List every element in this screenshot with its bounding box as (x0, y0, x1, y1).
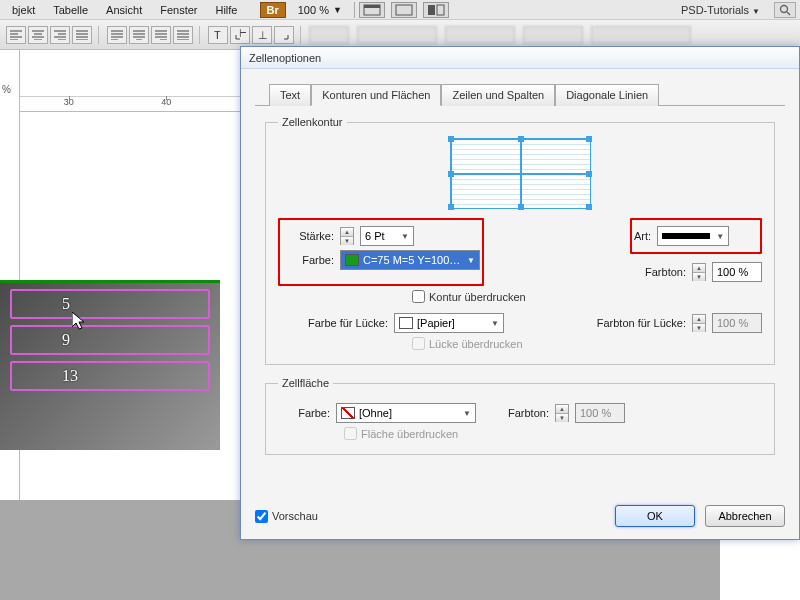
label-farbe: Farbe: (282, 254, 334, 266)
menu-bar: bjekt Tabelle Ansicht Fenster Hilfe Br 1… (0, 0, 800, 20)
dialog-titlebar[interactable]: Zellenoptionen (241, 47, 799, 69)
tab-diagonal[interactable]: Diagonale Linien (555, 84, 659, 106)
flaeche-farbe-combo[interactable]: [Ohne] ▼ (336, 403, 476, 423)
tab-strip: Text Konturen und Flächen Zeilen und Spa… (269, 83, 785, 105)
none-swatch-icon (341, 407, 355, 419)
swatch-icon (345, 254, 359, 266)
luecke-ueberdrucken-checkbox[interactable]: Lücke überdrucken (412, 337, 523, 350)
view-mode-1-button[interactable] (359, 2, 385, 18)
bridge-badge[interactable]: Br (260, 2, 286, 18)
stroke-proxy-preview[interactable] (450, 138, 590, 208)
luecke-farbe-combo[interactable]: [Papier] ▼ (394, 313, 504, 333)
svg-text:⊢: ⊢ (239, 29, 246, 39)
stepper-up-icon: ▲ (341, 228, 353, 237)
justify-all-left-button[interactable] (107, 26, 127, 44)
farbe-combo[interactable]: C=75 M=5 Y=100… ▼ (340, 250, 480, 270)
stroke-style-icon (662, 233, 710, 239)
chevron-down-icon: ▼ (491, 319, 499, 328)
view-mode-3-button[interactable] (423, 2, 449, 18)
ruler-tick: 30 (20, 96, 118, 111)
flaeche-farbe-value: [Ohne] (359, 407, 392, 419)
ok-button[interactable]: OK (615, 505, 695, 527)
justify-all-center-button[interactable] (129, 26, 149, 44)
staerke-combo[interactable]: 6 Pt▼ (360, 226, 414, 246)
luecke-farbton-field (712, 313, 762, 333)
checkbox-label: Fläche überdrucken (361, 428, 458, 440)
text-t-button[interactable]: T (208, 26, 228, 44)
table-row: 13 (10, 361, 210, 391)
menu-window[interactable]: Fenster (152, 2, 205, 18)
cell-stroke-group: Zellenkontur Stärke: ▲▼ 6 Pt▼ (265, 116, 775, 365)
stepper-up-icon: ▲ (556, 405, 568, 414)
rotate-cw-button[interactable]: ⊢ (230, 26, 250, 44)
justify-full-button[interactable] (173, 26, 193, 44)
view-mode-2-button[interactable] (391, 2, 417, 18)
label-art: Art: (634, 230, 651, 242)
highlight-art: Art: ▼ (630, 218, 762, 254)
menu-object[interactable]: bjekt (4, 2, 43, 18)
workspace-selector[interactable]: PSD-Tutorials ▼ (675, 4, 766, 16)
table-row: 5 (10, 289, 210, 319)
checkbox-label: Vorschau (272, 510, 318, 522)
menu-table[interactable]: Tabelle (45, 2, 96, 18)
farbton-field[interactable] (712, 262, 762, 282)
label-farbton: Farbton: (630, 266, 686, 278)
tab-strokes-fills[interactable]: Konturen und Flächen (311, 84, 441, 106)
svg-rect-4 (437, 5, 444, 15)
svg-text:⊥: ⊥ (258, 29, 268, 41)
group-legend: Zellfläche (278, 377, 333, 389)
search-button[interactable] (774, 2, 796, 18)
swatch-icon (399, 317, 413, 329)
stepper-down-icon: ▼ (556, 414, 568, 422)
workspace-label: PSD-Tutorials (681, 4, 749, 16)
menu-help[interactable]: Hilfe (207, 2, 245, 18)
checkbox-label: Lücke überdrucken (429, 338, 523, 350)
chevron-down-icon: ▼ (333, 5, 342, 15)
chevron-down-icon: ▼ (752, 7, 760, 16)
vorschau-checkbox[interactable]: Vorschau (255, 510, 318, 523)
staerke-value: 6 Pt (365, 230, 385, 242)
checkbox-label: Kontur überdrucken (429, 291, 526, 303)
art-combo[interactable]: ▼ (657, 226, 729, 246)
document-preview: 5 9 13 (0, 280, 220, 450)
svg-rect-1 (364, 5, 380, 8)
flaeche-farbton-stepper[interactable]: ▲▼ (555, 404, 569, 422)
svg-rect-3 (428, 5, 435, 15)
flaeche-farbton-field (575, 403, 625, 423)
stepper-down-icon: ▼ (341, 237, 353, 245)
menu-view[interactable]: Ansicht (98, 2, 150, 18)
stepper-down-icon: ▼ (693, 273, 705, 281)
tab-text[interactable]: Text (269, 84, 311, 106)
tab-rows-cols[interactable]: Zeilen und Spalten (441, 84, 555, 106)
luecke-farbe-value: [Papier] (417, 317, 455, 329)
group-legend: Zellenkontur (278, 116, 347, 128)
align-justify-button[interactable] (72, 26, 92, 44)
svg-point-5 (781, 5, 788, 12)
farbton-stepper[interactable]: ▲▼ (692, 263, 706, 281)
justify-all-right-button[interactable] (151, 26, 171, 44)
chevron-down-icon: ▼ (716, 232, 724, 241)
svg-text:T: T (214, 29, 221, 41)
table-row: 9 (10, 325, 210, 355)
align-right-button[interactable] (50, 26, 70, 44)
svg-rect-2 (396, 5, 412, 15)
rotate-ccw-button[interactable]: ⊥ (252, 26, 272, 44)
luecke-farbton-stepper[interactable]: ▲▼ (692, 314, 706, 332)
kontur-ueberdrucken-checkbox[interactable]: Kontur überdrucken (412, 290, 526, 303)
stepper-up-icon: ▲ (693, 315, 705, 324)
cancel-button[interactable]: Abbrechen (705, 505, 785, 527)
search-icon (779, 4, 791, 16)
farbe-value: C=75 M=5 Y=100… (363, 254, 460, 266)
align-center-button[interactable] (28, 26, 48, 44)
chevron-down-icon: ▼ (467, 256, 475, 265)
cell-fill-group: Zellfläche Farbe: [Ohne] ▼ Farbton: ▲▼ F… (265, 377, 775, 455)
rotate-180-button[interactable] (274, 26, 294, 44)
zoom-selector[interactable]: 100 %▼ (298, 4, 342, 16)
flaeche-ueberdrucken-checkbox[interactable]: Fläche überdrucken (344, 427, 458, 440)
stepper-up-icon: ▲ (693, 264, 705, 273)
stepper-down-icon: ▼ (693, 324, 705, 332)
dialog-footer: Vorschau OK Abbrechen (255, 505, 785, 527)
label-farbe-luecke: Farbe für Lücke: (278, 317, 388, 329)
align-left-button[interactable] (6, 26, 26, 44)
staerke-stepper[interactable]: ▲▼ (340, 227, 354, 245)
